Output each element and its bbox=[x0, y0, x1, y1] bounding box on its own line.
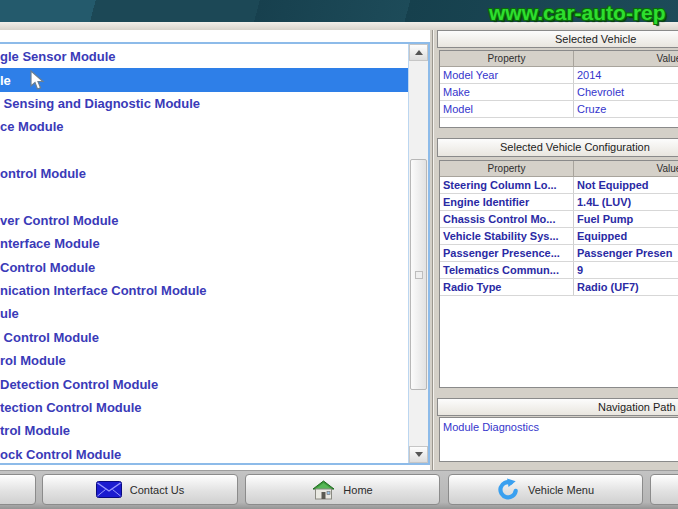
property-cell: Model Year bbox=[440, 67, 574, 83]
property-cell: Model bbox=[440, 101, 574, 117]
table-row[interactable]: Chassis Control Mo... Fuel Pump bbox=[440, 211, 678, 228]
vehicle-menu-label: Vehicle Menu bbox=[528, 484, 594, 496]
navigation-path-title: Navigation Path bbox=[598, 401, 676, 413]
home-icon bbox=[312, 480, 335, 500]
scrollbar-thumb[interactable] bbox=[410, 159, 427, 390]
value-cell: Not Equipped bbox=[574, 177, 678, 193]
vehicle-menu-button[interactable]: Vehicle Menu bbox=[448, 474, 643, 505]
mouse-cursor bbox=[30, 70, 45, 91]
module-list-item[interactable]: Control Module bbox=[0, 326, 408, 349]
vertical-scrollbar[interactable] bbox=[408, 44, 428, 463]
table-row[interactable]: Engine Identifier 1.4L (LUV) bbox=[440, 194, 678, 211]
module-list-item[interactable]: trol Module bbox=[0, 419, 408, 442]
module-list-item[interactable]: rol Module bbox=[0, 349, 408, 372]
module-list-item[interactable]: ule bbox=[0, 302, 408, 325]
value-cell: 1.4L (LUV) bbox=[574, 194, 678, 210]
table-row[interactable]: Steering Column Lo... Not Equipped bbox=[440, 177, 678, 194]
contact-us-button[interactable]: Contact Us bbox=[42, 474, 238, 505]
module-list-item[interactable]: Control Module bbox=[0, 256, 408, 279]
navigation-path-header: Navigation Path bbox=[437, 398, 678, 416]
property-cell: Steering Column Lo... bbox=[440, 177, 574, 193]
bottom-toolbar: Contact Us Home Vehicle Menu bbox=[0, 470, 678, 509]
property-cell: Engine Identifier bbox=[440, 194, 574, 210]
module-list-item[interactable]: tection Control Module bbox=[0, 396, 408, 419]
value-cell: Equipped bbox=[574, 228, 678, 244]
value-cell: Radio (UF7) bbox=[574, 279, 678, 295]
selected-vehicle-table: Property Value Model Year 2014 Make Chev… bbox=[439, 50, 678, 128]
watermark-text: www.car-auto-rep bbox=[489, 0, 666, 25]
module-list-item[interactable]: nterface Module bbox=[0, 232, 408, 255]
table-row[interactable]: Model Year 2014 bbox=[440, 67, 678, 84]
module-list-item[interactable]: Detection Control Module bbox=[0, 372, 408, 395]
module-list-item[interactable] bbox=[0, 185, 408, 208]
value-cell: Fuel Pump bbox=[574, 211, 678, 227]
value-column-header: Value bbox=[574, 161, 678, 176]
module-list-item[interactable]: Sensing and Diagnostic Module bbox=[0, 92, 408, 115]
property-column-header: Property bbox=[440, 161, 574, 176]
circular-arrow-icon bbox=[497, 478, 520, 501]
table-row[interactable]: Passenger Presence... Passenger Presen bbox=[440, 245, 678, 262]
scroll-down-button[interactable] bbox=[409, 446, 428, 463]
module-list: gle Sensor Module le Sensing and Diagnos… bbox=[0, 42, 430, 465]
value-column-header: Value bbox=[574, 51, 678, 66]
pane-divider bbox=[430, 30, 437, 470]
property-cell: Passenger Presence... bbox=[440, 245, 574, 261]
table-row[interactable]: Radio Type Radio (UF7) bbox=[440, 279, 678, 296]
module-list-item[interactable]: ver Control Module bbox=[0, 209, 408, 232]
value-cell: Cruze bbox=[574, 101, 678, 117]
module-list-item[interactable] bbox=[0, 139, 408, 162]
navigation-path-entry[interactable]: Module Diagnostics bbox=[440, 418, 678, 433]
selected-vehicle-title: Selected Vehicle bbox=[555, 33, 636, 45]
contact-us-label: Contact Us bbox=[130, 484, 184, 496]
module-list-item-selected[interactable]: le bbox=[0, 68, 408, 91]
scroll-up-button[interactable] bbox=[409, 44, 428, 61]
vehicle-configuration-header: Selected Vehicle Configuration bbox=[437, 138, 678, 157]
home-label: Home bbox=[343, 484, 372, 496]
partial-left-button[interactable] bbox=[0, 474, 36, 505]
triangle-down-icon bbox=[415, 452, 423, 457]
module-list-item[interactable]: nication Interface Control Module bbox=[0, 279, 408, 302]
module-list-item[interactable]: ce Module bbox=[0, 115, 408, 138]
home-button[interactable]: Home bbox=[245, 474, 440, 505]
triangle-up-icon bbox=[415, 50, 423, 55]
module-list-item[interactable]: gle Sensor Module bbox=[0, 45, 408, 68]
property-cell: Chassis Control Mo... bbox=[440, 211, 574, 227]
table-row[interactable]: Model Cruze bbox=[440, 101, 678, 118]
property-column-header: Property bbox=[440, 51, 574, 66]
vehicle-configuration-table: Property Value Steering Column Lo... Not… bbox=[439, 160, 678, 388]
value-cell: Chevrolet bbox=[574, 84, 678, 100]
property-cell: Radio Type bbox=[440, 279, 574, 295]
table-row[interactable]: Telematics Commun... 9 bbox=[440, 262, 678, 279]
table-row[interactable]: Make Chevrolet bbox=[440, 84, 678, 101]
table-header-row: Property Value bbox=[440, 51, 678, 67]
diagnostic-app-window: www.car-auto-rep gle Sensor Module le Se… bbox=[0, 0, 678, 509]
envelope-icon bbox=[96, 481, 122, 498]
table-header-row: Property Value bbox=[440, 161, 678, 177]
property-cell: Vehicle Stability Sys... bbox=[440, 228, 574, 244]
selected-vehicle-header: Selected Vehicle bbox=[437, 30, 678, 48]
module-list-item[interactable]: ock Control Module bbox=[0, 443, 408, 465]
value-cell: Passenger Presen bbox=[574, 245, 678, 261]
module-list-rows: gle Sensor Module le Sensing and Diagnos… bbox=[0, 45, 408, 465]
value-cell: 2014 bbox=[574, 67, 678, 83]
partial-right-button[interactable] bbox=[650, 474, 678, 505]
property-cell: Telematics Commun... bbox=[440, 262, 574, 278]
value-cell: 9 bbox=[574, 262, 678, 278]
property-cell: Make bbox=[440, 84, 574, 100]
module-list-item[interactable]: ontrol Module bbox=[0, 162, 408, 185]
vehicle-configuration-title: Selected Vehicle Configuration bbox=[500, 141, 650, 153]
navigation-path-box: Module Diagnostics bbox=[439, 417, 678, 462]
scrollbar-grip-icon bbox=[415, 271, 423, 279]
table-row[interactable]: Vehicle Stability Sys... Equipped bbox=[440, 228, 678, 245]
